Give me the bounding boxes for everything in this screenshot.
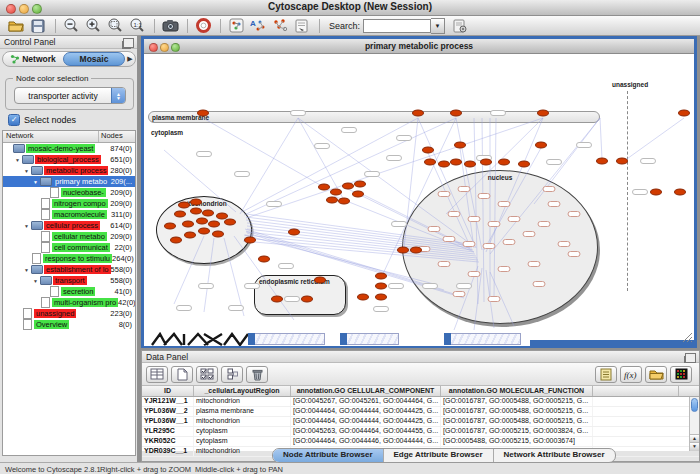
zoom-fit-icon[interactable]: 1:1 <box>127 17 147 35</box>
tree-row[interactable]: multi-organism pro42(0) <box>3 297 135 308</box>
new-attribute-button[interactable] <box>171 366 193 383</box>
nucleus-node[interactable] <box>488 296 501 302</box>
minimized-window-3[interactable] <box>444 333 521 345</box>
tree-row[interactable]: cellular metabo209(0) <box>3 231 135 242</box>
minimized-window-1[interactable] <box>248 333 325 345</box>
network-node[interactable] <box>480 159 492 166</box>
float-data-panel-icon[interactable] <box>685 353 696 363</box>
network-node[interactable] <box>537 110 549 117</box>
network-node[interactable] <box>330 189 342 196</box>
nucleus-node[interactable] <box>558 241 571 247</box>
tree-row[interactable]: ▼primary metabo209(... <box>3 176 135 187</box>
network-node[interactable] <box>410 247 422 254</box>
tree-row[interactable]: ▼transport558(0) <box>3 275 135 286</box>
nucleus-node[interactable] <box>568 251 581 257</box>
network-node[interactable] <box>182 221 194 228</box>
search-dropdown-icon[interactable]: ▼ <box>431 18 445 34</box>
attribute-list-button[interactable] <box>595 366 617 383</box>
nucleus-node[interactable] <box>538 221 551 227</box>
network-node[interactable] <box>326 197 338 204</box>
node-color-dropdown[interactable]: transporter activity ▲▼ <box>14 87 126 104</box>
disclosure-icon[interactable]: ▼ <box>24 168 31 174</box>
network-node[interactable] <box>174 211 186 218</box>
network-node[interactable] <box>616 158 628 165</box>
network-node[interactable] <box>197 110 209 117</box>
nucleus-node[interactable] <box>458 186 471 192</box>
scroll-down-icon[interactable]: ▼ <box>690 442 699 451</box>
tab-edge-attribute-browser[interactable]: Edge Attribute Browser <box>384 449 494 462</box>
nucleus-node[interactable] <box>453 291 466 297</box>
network-node[interactable] <box>498 159 510 166</box>
tree-row[interactable]: mosaic-demo-yeast874(0) <box>3 143 135 154</box>
table-row[interactable]: YPL036W__2plasma membrane[GO:0044464, GO… <box>142 407 699 417</box>
annotation-network-icon[interactable]: A <box>248 17 268 35</box>
network-node[interactable] <box>375 273 387 280</box>
network-node[interactable] <box>202 210 214 217</box>
network-node[interactable] <box>170 237 182 244</box>
attribute-table-button[interactable] <box>146 366 168 383</box>
nucleus-node[interactable] <box>543 186 556 192</box>
network-node[interactable] <box>438 161 450 168</box>
network-canvas[interactable]: plasma membrane cytoplasm mitochondrion … <box>144 54 694 332</box>
network-node[interactable] <box>678 110 690 117</box>
column-header[interactable]: ID <box>142 386 194 396</box>
column-header[interactable]: _cellularLayoutRegion <box>194 386 291 396</box>
network-node[interactable] <box>352 191 364 198</box>
help-icon[interactable] <box>193 17 213 35</box>
network-node[interactable] <box>190 199 202 206</box>
import-attributes-button[interactable] <box>645 366 667 383</box>
tree-column-nodes[interactable]: Nodes <box>99 131 135 142</box>
nucleus-node[interactable] <box>548 201 561 207</box>
save-session-icon[interactable] <box>28 17 48 35</box>
tree-row[interactable]: ▼biological_process651(0) <box>3 154 135 165</box>
network-overview-icon[interactable] <box>226 17 246 35</box>
network-node[interactable] <box>288 229 300 236</box>
nucleus-node[interactable] <box>438 261 451 267</box>
zoom-selected-region-icon[interactable] <box>105 17 125 35</box>
network-node[interactable] <box>258 256 270 263</box>
network-node[interactable] <box>375 294 387 301</box>
network-node[interactable] <box>196 218 208 225</box>
heatmap-button[interactable] <box>670 366 692 383</box>
subnetwork-icon[interactable] <box>270 17 290 35</box>
search-input[interactable] <box>363 19 431 33</box>
network-node[interactable] <box>314 277 326 284</box>
column-header[interactable]: annotation.GO CELLULAR_COMPONENT <box>291 386 441 396</box>
tree-row[interactable]: nucleobase-209(0) <box>3 187 135 198</box>
tree-row[interactable]: response to stimulu264(0) <box>3 253 135 264</box>
nucleus-node[interactable] <box>448 211 461 217</box>
tab-scroll-right-icon[interactable]: ▶ <box>125 55 135 63</box>
scrollbar-thumb[interactable] <box>691 398 698 412</box>
network-node[interactable] <box>190 208 202 215</box>
network-node[interactable] <box>164 223 176 230</box>
select-attributes-button[interactable] <box>196 366 218 383</box>
resize-grip-icon[interactable] <box>682 332 693 343</box>
tree-row[interactable]: secretion41(0) <box>3 286 135 297</box>
table-row[interactable]: YLR295Ccytoplasm[GO:0045263, GO:0044464,… <box>142 427 699 437</box>
nucleus-node[interactable] <box>483 243 496 249</box>
disclosure-icon[interactable]: ▼ <box>33 278 40 284</box>
nucleus-node[interactable] <box>498 201 511 207</box>
nucleus-node[interactable] <box>443 236 456 242</box>
network-node[interactable] <box>464 161 476 168</box>
network-window-title-bar[interactable]: primary metabolic process <box>144 39 694 54</box>
table-scrollbar[interactable]: ▲ ▼ <box>689 397 699 451</box>
tree-row[interactable]: ▼cellular process614(0) <box>3 220 135 231</box>
nucleus-node[interactable] <box>503 239 516 245</box>
nucleus-node[interactable] <box>468 216 481 222</box>
unselect-attributes-button[interactable] <box>221 366 243 383</box>
network-node[interactable] <box>178 202 190 209</box>
nucleus-node[interactable] <box>468 271 481 277</box>
network-node[interactable] <box>271 296 283 303</box>
vizmapper-icon[interactable] <box>292 17 312 35</box>
tab-mosaic[interactable]: Mosaic <box>63 52 125 66</box>
zoom-out-icon[interactable] <box>61 17 81 35</box>
tree-row[interactable]: macromolecule311(0) <box>3 209 135 220</box>
disclosure-icon[interactable]: ▼ <box>24 267 31 273</box>
zoom-in-icon[interactable] <box>83 17 103 35</box>
network-node[interactable] <box>184 232 196 239</box>
tree-row[interactable]: cell communicat22(0) <box>3 242 135 253</box>
minimized-window-2[interactable] <box>340 333 399 345</box>
network-node[interactable] <box>375 283 387 290</box>
tab-network[interactable]: Network <box>3 52 63 66</box>
